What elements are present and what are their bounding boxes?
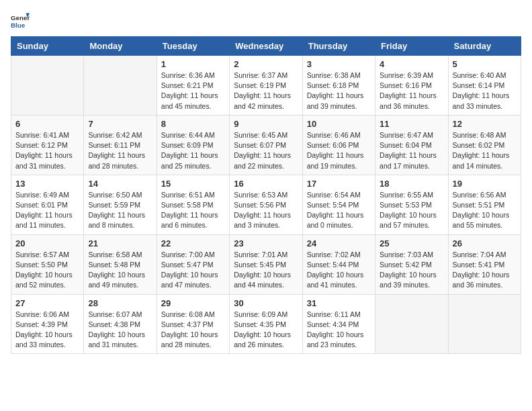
calendar-cell: 22Sunrise: 7:00 AMSunset: 5:47 PMDayligh… bbox=[157, 234, 229, 294]
day-number: 29 bbox=[161, 298, 225, 308]
day-info: Sunrise: 6:41 AMSunset: 6:12 PMDaylight:… bbox=[15, 130, 79, 171]
calendar-cell: 25Sunrise: 7:03 AMSunset: 5:42 PMDayligh… bbox=[375, 234, 448, 294]
day-number: 19 bbox=[453, 179, 517, 189]
calendar-body: 1Sunrise: 6:36 AMSunset: 6:21 PMDaylight… bbox=[11, 56, 521, 354]
calendar-cell: 27Sunrise: 6:06 AMSunset: 4:39 PMDayligh… bbox=[11, 294, 84, 354]
day-number: 23 bbox=[234, 238, 298, 248]
day-number: 16 bbox=[234, 179, 298, 189]
day-info: Sunrise: 7:04 AMSunset: 5:41 PMDaylight:… bbox=[453, 250, 517, 291]
day-number: 6 bbox=[15, 119, 79, 129]
calendar-cell: 23Sunrise: 7:01 AMSunset: 5:45 PMDayligh… bbox=[230, 234, 302, 294]
day-number: 5 bbox=[453, 59, 517, 69]
calendar-cell: 30Sunrise: 6:09 AMSunset: 4:35 PMDayligh… bbox=[230, 294, 302, 354]
day-info: Sunrise: 6:49 AMSunset: 6:01 PMDaylight:… bbox=[15, 190, 79, 231]
calendar-cell: 2Sunrise: 6:37 AMSunset: 6:19 PMDaylight… bbox=[230, 56, 302, 116]
calendar-cell: 15Sunrise: 6:51 AMSunset: 5:58 PMDayligh… bbox=[157, 175, 229, 234]
day-number: 28 bbox=[88, 298, 152, 308]
day-number: 18 bbox=[380, 179, 443, 189]
calendar-cell: 16Sunrise: 6:53 AMSunset: 5:56 PMDayligh… bbox=[230, 175, 302, 234]
day-number: 22 bbox=[161, 238, 225, 248]
weekday-header-thursday: Thursday bbox=[302, 37, 375, 56]
day-info: Sunrise: 6:36 AMSunset: 6:21 PMDaylight:… bbox=[161, 71, 225, 111]
calendar-week-row: 13Sunrise: 6:49 AMSunset: 6:01 PMDayligh… bbox=[11, 175, 521, 234]
svg-text:Blue: Blue bbox=[11, 21, 26, 29]
day-number: 30 bbox=[234, 298, 298, 308]
day-info: Sunrise: 6:08 AMSunset: 4:37 PMDaylight:… bbox=[161, 310, 225, 351]
calendar-cell: 21Sunrise: 6:58 AMSunset: 5:48 PMDayligh… bbox=[84, 234, 157, 294]
calendar-cell bbox=[84, 56, 157, 116]
day-info: Sunrise: 6:44 AMSunset: 6:09 PMDaylight:… bbox=[161, 130, 225, 171]
day-info: Sunrise: 6:53 AMSunset: 5:56 PMDaylight:… bbox=[234, 190, 298, 231]
day-number: 1 bbox=[161, 59, 225, 69]
calendar-cell: 10Sunrise: 6:46 AMSunset: 6:06 PMDayligh… bbox=[302, 115, 375, 175]
calendar-cell: 19Sunrise: 6:56 AMSunset: 5:51 PMDayligh… bbox=[448, 175, 521, 234]
calendar-cell bbox=[375, 294, 448, 354]
calendar-cell: 26Sunrise: 7:04 AMSunset: 5:41 PMDayligh… bbox=[448, 234, 521, 294]
day-info: Sunrise: 6:06 AMSunset: 4:39 PMDaylight:… bbox=[15, 310, 79, 351]
day-number: 25 bbox=[380, 238, 443, 248]
calendar-cell: 5Sunrise: 6:40 AMSunset: 6:14 PMDaylight… bbox=[448, 56, 521, 116]
calendar-cell: 11Sunrise: 6:47 AMSunset: 6:04 PMDayligh… bbox=[375, 115, 448, 175]
day-info: Sunrise: 6:45 AMSunset: 6:07 PMDaylight:… bbox=[234, 130, 298, 171]
day-info: Sunrise: 6:09 AMSunset: 4:35 PMDaylight:… bbox=[234, 310, 298, 351]
day-number: 15 bbox=[161, 179, 225, 189]
day-info: Sunrise: 6:48 AMSunset: 6:02 PMDaylight:… bbox=[453, 130, 517, 171]
weekday-header-monday: Monday bbox=[84, 37, 157, 56]
day-number: 8 bbox=[161, 119, 225, 129]
day-number: 26 bbox=[453, 238, 517, 248]
day-info: Sunrise: 7:01 AMSunset: 5:45 PMDaylight:… bbox=[234, 250, 298, 291]
day-info: Sunrise: 6:38 AMSunset: 6:18 PMDaylight:… bbox=[307, 71, 371, 111]
calendar-cell: 20Sunrise: 6:57 AMSunset: 5:50 PMDayligh… bbox=[11, 234, 84, 294]
day-number: 21 bbox=[88, 238, 152, 248]
weekday-header-saturday: Saturday bbox=[448, 37, 521, 56]
day-number: 2 bbox=[234, 59, 298, 69]
day-info: Sunrise: 6:57 AMSunset: 5:50 PMDaylight:… bbox=[15, 250, 79, 291]
day-info: Sunrise: 6:11 AMSunset: 4:34 PMDaylight:… bbox=[307, 310, 371, 351]
day-info: Sunrise: 6:40 AMSunset: 6:14 PMDaylight:… bbox=[453, 71, 517, 111]
calendar-cell: 31Sunrise: 6:11 AMSunset: 4:34 PMDayligh… bbox=[302, 294, 375, 354]
calendar-cell: 12Sunrise: 6:48 AMSunset: 6:02 PMDayligh… bbox=[448, 115, 521, 175]
logo-icon: General Blue bbox=[11, 11, 30, 30]
day-number: 20 bbox=[15, 238, 79, 248]
day-info: Sunrise: 7:00 AMSunset: 5:47 PMDaylight:… bbox=[161, 250, 225, 291]
day-info: Sunrise: 6:07 AMSunset: 4:38 PMDaylight:… bbox=[88, 310, 152, 351]
day-number: 24 bbox=[307, 238, 371, 248]
day-number: 9 bbox=[234, 119, 298, 129]
calendar-table: SundayMondayTuesdayWednesdayThursdayFrid… bbox=[11, 36, 521, 354]
calendar-cell: 18Sunrise: 6:55 AMSunset: 5:53 PMDayligh… bbox=[375, 175, 448, 234]
calendar-cell: 29Sunrise: 6:08 AMSunset: 4:37 PMDayligh… bbox=[157, 294, 229, 354]
day-info: Sunrise: 7:03 AMSunset: 5:42 PMDaylight:… bbox=[380, 250, 443, 291]
day-info: Sunrise: 6:51 AMSunset: 5:58 PMDaylight:… bbox=[161, 190, 225, 231]
calendar-cell: 6Sunrise: 6:41 AMSunset: 6:12 PMDaylight… bbox=[11, 115, 84, 175]
calendar-cell: 13Sunrise: 6:49 AMSunset: 6:01 PMDayligh… bbox=[11, 175, 84, 234]
weekday-header-tuesday: Tuesday bbox=[157, 37, 229, 56]
weekday-header-friday: Friday bbox=[375, 37, 448, 56]
calendar-cell: 4Sunrise: 6:39 AMSunset: 6:16 PMDaylight… bbox=[375, 56, 448, 116]
day-info: Sunrise: 6:55 AMSunset: 5:53 PMDaylight:… bbox=[380, 190, 443, 231]
calendar-week-row: 27Sunrise: 6:06 AMSunset: 4:39 PMDayligh… bbox=[11, 294, 521, 354]
calendar-cell: 9Sunrise: 6:45 AMSunset: 6:07 PMDaylight… bbox=[230, 115, 302, 175]
day-number: 7 bbox=[88, 119, 152, 129]
day-info: Sunrise: 6:37 AMSunset: 6:19 PMDaylight:… bbox=[234, 71, 298, 111]
calendar-cell bbox=[448, 294, 521, 354]
day-number: 11 bbox=[380, 119, 443, 129]
calendar-cell: 17Sunrise: 6:54 AMSunset: 5:54 PMDayligh… bbox=[302, 175, 375, 234]
calendar-cell: 1Sunrise: 6:36 AMSunset: 6:21 PMDaylight… bbox=[157, 56, 229, 116]
calendar-header: SundayMondayTuesdayWednesdayThursdayFrid… bbox=[11, 37, 521, 56]
day-info: Sunrise: 7:02 AMSunset: 5:44 PMDaylight:… bbox=[307, 250, 371, 291]
day-number: 31 bbox=[307, 298, 371, 308]
day-info: Sunrise: 6:47 AMSunset: 6:04 PMDaylight:… bbox=[380, 130, 443, 171]
weekday-header-row: SundayMondayTuesdayWednesdayThursdayFrid… bbox=[11, 37, 521, 56]
day-number: 17 bbox=[307, 179, 371, 189]
calendar-cell: 28Sunrise: 6:07 AMSunset: 4:38 PMDayligh… bbox=[84, 294, 157, 354]
calendar-cell: 24Sunrise: 7:02 AMSunset: 5:44 PMDayligh… bbox=[302, 234, 375, 294]
day-info: Sunrise: 6:42 AMSunset: 6:11 PMDaylight:… bbox=[88, 130, 152, 171]
calendar-week-row: 20Sunrise: 6:57 AMSunset: 5:50 PMDayligh… bbox=[11, 234, 521, 294]
day-number: 14 bbox=[88, 179, 152, 189]
day-number: 13 bbox=[15, 179, 79, 189]
logo: General Blue bbox=[11, 11, 32, 30]
day-number: 4 bbox=[380, 59, 443, 69]
calendar-week-row: 1Sunrise: 6:36 AMSunset: 6:21 PMDaylight… bbox=[11, 56, 521, 116]
weekday-header-wednesday: Wednesday bbox=[230, 37, 302, 56]
day-number: 3 bbox=[307, 59, 371, 69]
